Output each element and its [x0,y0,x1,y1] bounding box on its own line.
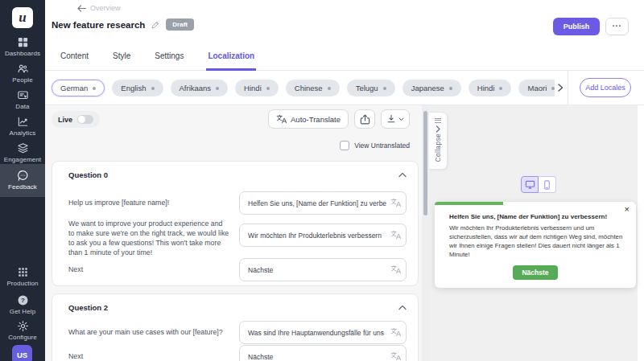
survey-question-title: Helfen Sie uns, [Name der Funktion] zu v… [449,213,621,220]
scrollbar-thumb[interactable] [423,111,427,215]
sidebar-item-label: Engagement [4,156,41,163]
sidebar-item-get-help[interactable]: ? Get Help [0,294,45,315]
mobile-preview-button[interactable] [539,176,556,193]
question-2-card: Question 2 What are your main use cases … [52,293,419,361]
live-toggle-group: Live [52,111,100,128]
live-label: Live [58,116,72,124]
publish-button[interactable]: Publish [553,18,600,35]
locale-chip-english[interactable]: English [112,80,163,96]
sidebar-item-dashboards[interactable]: Dashboards [0,36,45,57]
locale-chip-hindi-2[interactable]: Hindi [469,80,512,96]
back-to-overview[interactable]: Overview [77,4,121,12]
gear-icon [17,320,29,332]
sidebar-item-configure[interactable]: Configure [0,320,45,341]
tab-settings[interactable]: Settings [153,51,185,71]
dashboards-icon [17,36,29,48]
auto-translate-button[interactable]: Auto-Translate [268,109,349,129]
close-icon[interactable]: × [625,204,630,214]
chevron-up-icon[interactable] [398,172,407,178]
collapse-panel-tab[interactable]: Collapse [429,112,448,170]
tab-localization[interactable]: Localization [206,51,256,71]
locale-status-dot [266,87,270,90]
add-locales-button[interactable]: Add Locales [580,78,631,97]
people-icon [17,63,29,75]
sidebar-item-analytics[interactable]: Analytics [0,116,45,137]
live-toggle[interactable] [77,115,93,124]
chevron-right-icon [436,124,441,133]
translation-field [239,224,407,247]
view-untranslated-label: View Untranslated [354,142,410,150]
edit-title-icon[interactable] [151,21,159,29]
more-options-button[interactable]: ... [605,18,629,35]
locale-chip-afrikaans[interactable]: Afrikaans [171,80,229,96]
download-button[interactable] [381,109,410,129]
tab-style[interactable]: Style [111,51,132,71]
locale-chip-hindi[interactable]: Hindi [235,80,279,96]
translation-input[interactable] [239,191,407,215]
section-title: Question 0 [68,170,108,179]
app-logo[interactable]: u [12,7,33,28]
locale-status-dot [151,87,155,90]
desktop-preview-button[interactable] [521,176,539,193]
translation-input[interactable] [239,224,407,247]
locale-status-dot [383,87,386,90]
translation-row: Help us improve [feature name]! [68,191,407,215]
page-title: New feature research [52,20,145,30]
upload-button[interactable] [354,109,375,129]
chevron-down-icon [398,117,404,121]
survey-progress-bar [435,202,503,205]
locale-status-dot [499,87,502,90]
sidebar-item-data[interactable]: Data [0,89,45,110]
engagement-icon [17,142,29,154]
data-icon [17,89,29,101]
translate-icon[interactable] [390,230,401,240]
source-text: Next [68,352,239,361]
sidebar-item-label: People [12,76,33,84]
sidebar-item-label: Dashboards [5,50,40,57]
device-preview-toggle [521,176,556,193]
tab-content[interactable]: Content [59,51,90,71]
locale-status-dot [93,87,96,90]
locale-chip-chinese[interactable]: Chinese [286,80,340,96]
production-icon [17,266,29,278]
source-text: We want to improve your product experien… [68,219,239,258]
locale-chip-maori[interactable]: Maori [518,80,555,96]
sidebar-item-people[interactable]: People [0,63,45,84]
chevron-up-icon[interactable] [398,305,407,310]
mobile-icon [543,180,551,190]
translate-icon[interactable] [390,265,401,274]
upload-icon [360,114,370,125]
view-untranslated-checkbox[interactable] [340,141,349,150]
translate-icon [276,114,287,124]
panel-edge [638,105,644,361]
locale-chip-german[interactable]: German [52,80,105,96]
translate-icon[interactable] [390,351,401,361]
svg-text:?: ? [21,297,25,304]
translation-field [239,321,407,344]
divider [568,71,568,105]
sidebar-item-production[interactable]: Production [0,266,45,287]
translate-icon[interactable] [390,198,401,207]
locale-status-dot [328,87,331,90]
translation-input[interactable] [239,258,407,281]
view-untranslated-group: View Untranslated [340,141,410,150]
survey-next-button[interactable]: Nächste [513,265,557,280]
sidebar-item-label: Get Help [10,308,35,315]
locale-chip-list: German English Afrikaans Hindi Chinese T… [45,71,555,105]
translation-field [239,191,407,215]
scroll-right-icon[interactable] [555,82,566,93]
translation-input[interactable] [239,321,407,344]
user-avatar[interactable]: US [12,345,32,361]
back-arrow-icon [77,5,86,12]
sidebar-item-label: Configure [8,334,37,341]
locale-chip-japanese[interactable]: Japanese [402,80,461,96]
translation-row: We want to improve your product experien… [68,219,407,258]
sidebar-item-feedback[interactable]: Feedback [0,164,45,197]
translation-input[interactable] [239,345,407,361]
locale-chip-telugu[interactable]: Telugu [347,80,395,96]
desktop-icon [525,180,535,190]
sidebar-item-engagement[interactable]: Engagement [0,142,45,163]
survey-preview-card: × Helfen Sie uns, [Name der Funktion] zu… [435,202,636,288]
translate-icon[interactable] [390,327,401,337]
sidebar-item-label: Feedback [8,183,37,191]
